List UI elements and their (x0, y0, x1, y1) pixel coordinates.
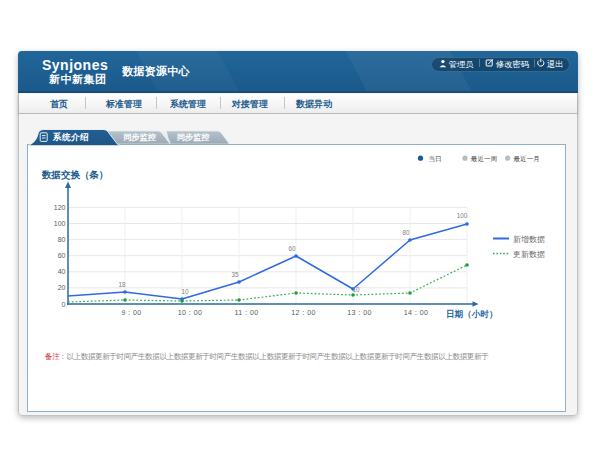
svg-text:0: 0 (62, 301, 66, 308)
svg-text:18: 18 (118, 281, 126, 288)
svg-text:更新数据: 更新数据 (513, 250, 545, 259)
svg-text:9：00: 9：00 (121, 309, 141, 317)
svg-text:11：00: 11：00 (235, 309, 259, 317)
svg-text:80: 80 (58, 236, 66, 243)
svg-text:数据交换（条）: 数据交换（条） (41, 169, 109, 181)
svg-text:35: 35 (231, 271, 239, 278)
svg-text:100: 100 (54, 220, 66, 227)
svg-text:120: 120 (54, 204, 66, 211)
svg-text:最近一月: 最近一月 (514, 155, 540, 163)
svg-text:60: 60 (288, 245, 296, 252)
svg-text:系统介绍: 系统介绍 (52, 132, 89, 142)
svg-text:当日: 当日 (429, 155, 442, 163)
svg-text:100: 100 (457, 212, 468, 219)
svg-text:12：00: 12：00 (291, 309, 315, 317)
svg-text:80: 80 (402, 229, 410, 236)
svg-text:13：00: 13：00 (347, 309, 371, 317)
svg-text:新增数据: 新增数据 (513, 235, 545, 244)
svg-text:14：00: 14：00 (404, 309, 428, 317)
svg-text:10：00: 10：00 (178, 309, 202, 317)
svg-text:40: 40 (58, 268, 66, 275)
svg-text:同步监控: 同步监控 (123, 132, 156, 142)
svg-text:20: 20 (58, 284, 66, 291)
svg-text:日期（小时）: 日期（小时） (446, 309, 498, 319)
svg-text:60: 60 (58, 252, 66, 259)
svg-text:10: 10 (352, 286, 360, 293)
svg-text:最近一周: 最近一周 (471, 155, 497, 162)
svg-text:同步监控: 同步监控 (177, 132, 210, 142)
svg-text:10: 10 (181, 288, 189, 295)
